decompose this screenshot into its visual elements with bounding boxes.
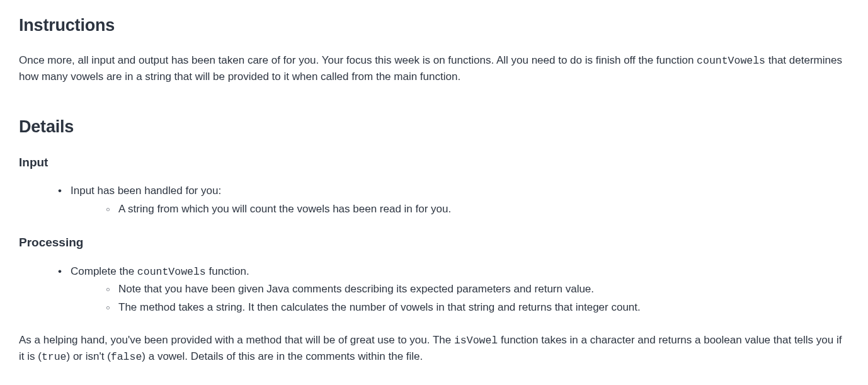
input-subitem-text: A string from which you will count the v… bbox=[118, 203, 451, 215]
list-item: Complete the countVowels function. Note … bbox=[58, 263, 849, 316]
instructions-paragraph: Once more, all input and output has been… bbox=[19, 52, 849, 86]
helper-paragraph: As a helping hand, you've been provided … bbox=[19, 332, 849, 365]
instructions-heading: Instructions bbox=[19, 13, 849, 38]
input-heading: Input bbox=[19, 154, 849, 172]
details-heading: Details bbox=[19, 114, 849, 140]
processing-heading: Processing bbox=[19, 234, 849, 252]
processing-sublist: Note that you have been given Java comme… bbox=[71, 281, 849, 316]
processing-item-code: countVowels bbox=[137, 266, 206, 278]
instructions-text-pre: Once more, all input and output has been… bbox=[19, 54, 697, 66]
input-list: Input has been handled for you: A string… bbox=[19, 183, 849, 217]
processing-sub2-text: The method takes a string. It then calcu… bbox=[118, 301, 641, 313]
processing-item-pre: Complete the bbox=[71, 265, 137, 277]
helper-text-pre: As a helping hand, you've been provided … bbox=[19, 334, 454, 346]
instructions-code: countVowels bbox=[697, 55, 765, 67]
helper-text-mid2: ) or isn't ( bbox=[67, 350, 111, 362]
helper-code-false: false bbox=[111, 351, 142, 363]
processing-list: Complete the countVowels function. Note … bbox=[19, 263, 849, 316]
input-item-text: Input has been handled for you: bbox=[71, 185, 221, 197]
helper-text-post: ) a vowel. Details of this are in the co… bbox=[142, 350, 423, 362]
input-sublist: A string from which you will count the v… bbox=[71, 201, 849, 217]
processing-sub1-text: Note that you have been given Java comme… bbox=[118, 283, 594, 295]
list-item: Note that you have been given Java comme… bbox=[106, 281, 849, 297]
processing-item-post: function. bbox=[206, 265, 249, 277]
helper-code-isvowel: isVowel bbox=[454, 335, 498, 347]
list-item: Input has been handled for you: A string… bbox=[58, 183, 849, 217]
list-item: A string from which you will count the v… bbox=[106, 201, 849, 217]
helper-code-true: true bbox=[42, 351, 67, 363]
list-item: The method takes a string. It then calcu… bbox=[106, 299, 849, 316]
